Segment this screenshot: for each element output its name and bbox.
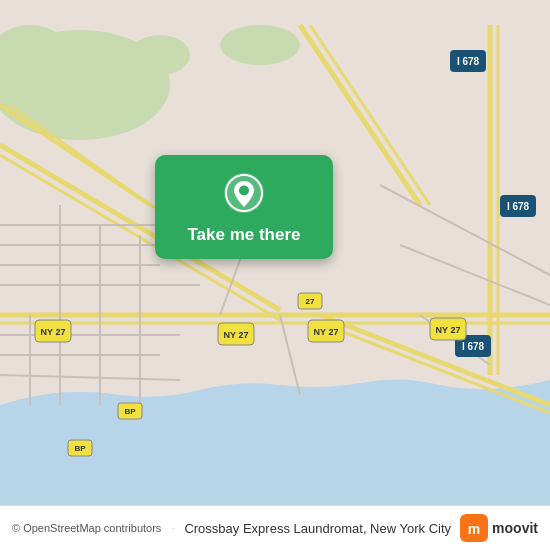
svg-text:BP: BP (74, 444, 86, 453)
svg-text:NY 27: NY 27 (436, 325, 461, 335)
svg-text:m: m (468, 521, 480, 537)
map-container: I 678 I 678 I 678 NY 27 NY 27 NY 27 NY 2… (0, 0, 550, 550)
place-name: Crossbay Express Laundromat, New York Ci… (184, 521, 451, 536)
copyright-text: © OpenStreetMap contributors (12, 522, 161, 534)
svg-point-3 (130, 35, 190, 75)
svg-text:NY 27: NY 27 (41, 327, 66, 337)
svg-point-55 (239, 186, 249, 196)
svg-text:I 678: I 678 (462, 341, 485, 352)
svg-text:I 678: I 678 (457, 56, 480, 67)
svg-text:BP: BP (124, 407, 136, 416)
bottom-left: © OpenStreetMap contributors · Crossbay … (12, 521, 451, 536)
svg-text:NY 27: NY 27 (314, 327, 339, 337)
take-me-there-card[interactable]: Take me there (155, 155, 333, 259)
svg-text:NY 27: NY 27 (224, 330, 249, 340)
moovit-text: moovit (492, 520, 538, 536)
moovit-brand-icon: m (460, 514, 488, 542)
location-pin-icon (222, 171, 266, 215)
take-me-there-button[interactable]: Take me there (187, 225, 300, 245)
svg-point-4 (220, 25, 300, 65)
svg-text:27: 27 (306, 297, 315, 306)
bottom-bar: © OpenStreetMap contributors · Crossbay … (0, 505, 550, 550)
map-background: I 678 I 678 I 678 NY 27 NY 27 NY 27 NY 2… (0, 0, 550, 550)
moovit-logo: m moovit (460, 514, 538, 542)
svg-text:I 678: I 678 (507, 201, 530, 212)
